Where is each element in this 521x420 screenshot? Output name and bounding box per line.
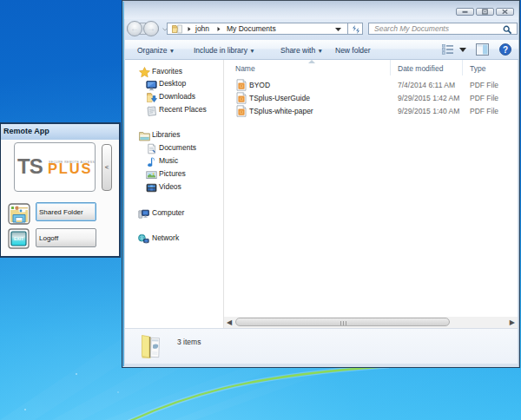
svg-text:?: ? xyxy=(503,45,508,55)
svg-text:EXIT: EXIT xyxy=(14,236,23,241)
